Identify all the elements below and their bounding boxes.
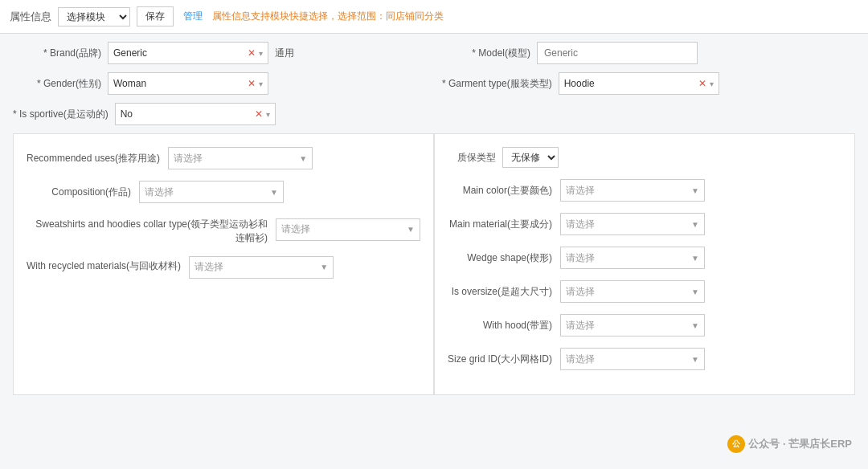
recycled-select[interactable]: 请选择 ▼ (189, 256, 334, 279)
page-wrapper: 属性信息 选择模块 保存 管理 属性信息支持模块快捷选择，选择范围：同店铺同分类… (0, 0, 868, 469)
main-color-select[interactable]: 请选择 ▼ (560, 179, 705, 202)
quality-select[interactable]: 无保修 (502, 147, 559, 168)
main-material-select[interactable]: 请选择 ▼ (560, 213, 705, 235)
oversize-row: Is oversize(是超大尺寸) 请选择 ▼ (448, 280, 841, 303)
left-panel: Recommended uses(推荐用途) 请选择 ▼ Composition… (13, 133, 434, 395)
garment-clear-icon[interactable]: ✕ (698, 78, 706, 89)
panels-wrapper: Recommended uses(推荐用途) 请选择 ▼ Composition… (13, 133, 855, 395)
watermark-icon: 公 (727, 435, 745, 453)
main-material-arrow-icon[interactable]: ▼ (691, 220, 699, 229)
model-field-group: * Model(模型) (442, 42, 855, 64)
gender-label: * Gender(性别) (13, 77, 101, 91)
main-color-label: Main color(主要颜色) (448, 184, 552, 198)
hood-select[interactable]: 请选择 ▼ (560, 314, 705, 336)
gender-select[interactable]: Woman ✕ ▾ (108, 72, 268, 95)
recommended-label: Recommended uses(推荐用途) (27, 152, 160, 165)
gender-arrow-icon[interactable]: ▾ (259, 80, 263, 88)
recycled-row: With recycled materials(与回收材料) 请选择 ▼ (27, 256, 420, 279)
brand-value: Generic (113, 47, 147, 59)
size-grid-label: Size grid ID(大小网格ID) (448, 353, 552, 366)
sportive-clear-icon[interactable]: ✕ (255, 108, 263, 120)
module-select[interactable]: 选择模块 (58, 7, 130, 27)
watermark: 公 公众号 · 芒果店长ERP (727, 435, 852, 453)
gender-clear-icon[interactable]: ✕ (248, 78, 256, 89)
main-color-placeholder: 请选择 (566, 184, 595, 198)
garment-arrow-icon[interactable]: ▾ (710, 80, 714, 88)
hood-row: With hood(带置) 请选择 ▼ (448, 314, 841, 336)
wedge-label: Wedge shape(楔形) (448, 251, 552, 265)
recommended-row: Recommended uses(推荐用途) 请选择 ▼ (27, 147, 420, 169)
size-grid-arrow-icon[interactable]: ▼ (691, 355, 699, 364)
main-material-placeholder: 请选择 (566, 218, 595, 231)
gender-value: Woman (113, 78, 146, 89)
brand-label: * Brand(品牌) (13, 47, 101, 60)
garment-select[interactable]: Hoodie ✕ ▾ (559, 72, 719, 95)
watermark-text: 公众号 · 芒果店长ERP (748, 437, 852, 451)
composition-arrow-icon[interactable]: ▼ (270, 188, 278, 197)
main-color-arrow-icon[interactable]: ▼ (691, 186, 699, 195)
quality-label: 质保类型 (448, 151, 496, 165)
manage-button[interactable]: 管理 (180, 7, 206, 26)
model-input[interactable] (537, 42, 698, 64)
sportive-label: * Is sportive(是运动的) (13, 108, 108, 121)
oversize-arrow-icon[interactable]: ▼ (691, 288, 699, 296)
save-button[interactable]: 保存 (137, 6, 174, 27)
brand-clear-icon[interactable]: ✕ (248, 47, 256, 59)
sportive-value: No (121, 108, 133, 120)
model-label: * Model(模型) (442, 47, 530, 60)
sportive-arrow-icon[interactable]: ▾ (266, 110, 270, 119)
form-row-brand-model: * Brand(品牌) Generic ✕ ▾ 通用 * Model(模型) (13, 42, 855, 64)
wedge-arrow-icon[interactable]: ▼ (691, 254, 699, 263)
oversize-placeholder: 请选择 (566, 285, 595, 299)
main-material-row: Main material(主要成分) 请选择 ▼ (448, 213, 841, 235)
composition-select[interactable]: 请选择 ▼ (139, 181, 284, 203)
size-grid-placeholder: 请选择 (566, 353, 595, 366)
gender-field-group: * Gender(性别) Woman ✕ ▾ (13, 72, 426, 95)
size-grid-row: Size grid ID(大小网格ID) 请选择 ▼ (448, 348, 841, 370)
recycled-arrow-icon[interactable]: ▼ (320, 263, 328, 271)
brand-select[interactable]: Generic ✕ ▾ (108, 42, 268, 64)
composition-placeholder: 请选择 (145, 186, 174, 199)
sweatshirts-label: Sweatshirts and hoodies collar type(领子类型… (27, 214, 268, 245)
recommended-arrow-icon[interactable]: ▼ (299, 154, 307, 163)
wedge-select[interactable]: 请选择 ▼ (560, 247, 705, 269)
top-bar-desc: 属性信息支持模块快捷选择，选择范围：同店铺同分类 (212, 10, 444, 23)
sportive-field-group: * Is sportive(是运动的) No ✕ ▾ (13, 103, 276, 125)
hood-placeholder: 请选择 (566, 319, 595, 332)
garment-field-group: * Garment type(服装类型) Hoodie ✕ ▾ (442, 72, 855, 95)
form-row-gender-garment: * Gender(性别) Woman ✕ ▾ * Garment type(服装… (13, 72, 855, 95)
brand-field-group: * Brand(品牌) Generic ✕ ▾ 通用 (13, 42, 426, 64)
quality-row: 质保类型 无保修 (448, 147, 841, 168)
right-panel: 质保类型 无保修 Main color(主要颜色) 请选择 ▼ Main mat… (434, 133, 855, 395)
garment-value: Hoodie (564, 78, 595, 89)
brand-arrow-icon[interactable]: ▾ (259, 49, 263, 58)
recommended-placeholder: 请选择 (174, 152, 203, 165)
form-row-sportive: * Is sportive(是运动的) No ✕ ▾ (13, 103, 855, 125)
brand-tag: 通用 (275, 47, 294, 60)
oversize-label: Is oversize(是超大尺寸) (448, 285, 552, 299)
sweatshirts-placeholder: 请选择 (281, 222, 310, 236)
wedge-placeholder: 请选择 (566, 251, 595, 265)
attr-info-label: 属性信息 (10, 10, 51, 24)
oversize-select[interactable]: 请选择 ▼ (560, 280, 705, 303)
composition-label: Composition(作品) (27, 186, 131, 199)
composition-row: Composition(作品) 请选择 ▼ (27, 181, 420, 203)
hood-arrow-icon[interactable]: ▼ (691, 321, 699, 330)
recycled-label: With recycled materials(与回收材料) (27, 256, 181, 273)
size-grid-select[interactable]: 请选择 ▼ (560, 348, 705, 370)
recycled-placeholder: 请选择 (194, 260, 223, 274)
main-content: * Brand(品牌) Generic ✕ ▾ 通用 * Model(模型) *… (0, 34, 868, 469)
sweatshirts-row: Sweatshirts and hoodies collar type(领子类型… (27, 214, 420, 245)
hood-label: With hood(带置) (448, 319, 552, 332)
sportive-select[interactable]: No ✕ ▾ (115, 103, 276, 125)
top-bar: 属性信息 选择模块 保存 管理 属性信息支持模块快捷选择，选择范围：同店铺同分类 (0, 0, 868, 34)
main-material-label: Main material(主要成分) (448, 218, 552, 231)
main-color-row: Main color(主要颜色) 请选择 ▼ (448, 179, 841, 202)
recommended-select[interactable]: 请选择 ▼ (168, 147, 313, 169)
sweatshirts-select[interactable]: 请选择 ▼ (276, 218, 420, 241)
sweatshirts-arrow-icon[interactable]: ▼ (407, 225, 415, 234)
wedge-row: Wedge shape(楔形) 请选择 ▼ (448, 247, 841, 269)
garment-label: * Garment type(服装类型) (442, 77, 552, 91)
